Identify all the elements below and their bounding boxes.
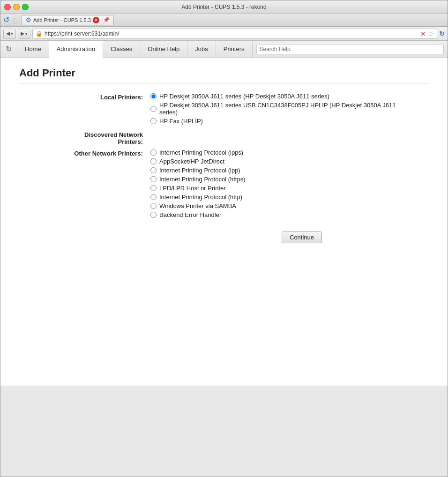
search-area (253, 44, 448, 54)
local-printer-3-label: HP Fax (HPLIP) (159, 118, 203, 125)
local-printers-label: Local Printers: (19, 93, 150, 101)
other-printer-ipps-label: Internet Printing Protocol (ipps) (159, 149, 243, 156)
nav-tab-jobs[interactable]: Jobs (187, 41, 216, 58)
list-item: HP Deskjet 3050A J611 series (HP Deskjet… (150, 93, 429, 100)
list-item: Internet Printing Protocol (https) (150, 176, 429, 183)
browser-back-icon[interactable]: ↺ (3, 15, 9, 24)
search-input[interactable] (256, 44, 444, 54)
list-item: AppSocket/HP JetDirect (150, 158, 429, 165)
reload-button[interactable]: ↻ (439, 30, 445, 37)
browser-window: Add Printer - CUPS 1.5.3 - rekonq ↺ ◌ ⚙ … (0, 0, 448, 477)
window-close-btn[interactable] (4, 4, 11, 10)
list-item: Backend Error Handler (150, 211, 429, 218)
page-content: Add Printer Local Printers: HP Deskjet 3… (0, 58, 448, 386)
discovered-printers-label: Discovered NetworkPrinters: (19, 130, 150, 145)
list-item: Internet Printing Protocol (ipp) (150, 167, 429, 174)
list-item: Internet Printing Protocol (ipps) (150, 149, 429, 156)
local-printer-1-label: HP Deskjet 3050A J611 series (HP Deskjet… (159, 93, 329, 100)
radio-samba[interactable] (150, 203, 157, 209)
window-title: Add Printer - CUPS 1.5.3 - rekonq (181, 4, 266, 10)
nav-tab-classes[interactable]: Classes (103, 41, 140, 58)
back-button[interactable]: ◀▾ (3, 29, 16, 39)
radio-ipp-http[interactable] (150, 194, 157, 200)
radio-ipp[interactable] (150, 167, 157, 173)
tab-title: Add Printer - CUPS 1.5.3 (33, 17, 91, 23)
radio-hpfax[interactable] (150, 118, 157, 124)
window-min-btn[interactable] (13, 4, 20, 10)
local-printers-options: HP Deskjet 3050A J611 series (HP Deskjet… (150, 93, 429, 127)
other-printers-label: Other Network Printers: (19, 149, 150, 157)
refresh-icon: ↻ (6, 45, 12, 53)
cups-refresh-btn[interactable]: ↻ (0, 41, 17, 58)
forward-button[interactable]: ▶▾ (18, 29, 30, 39)
other-printer-samba-label: Windows Printer via SAMBA (159, 202, 236, 209)
other-printer-appsocket-label: AppSocket/HP JetDirect (159, 158, 224, 165)
tab-favicon: ⚙ (26, 16, 31, 23)
radio-ipps[interactable] (150, 149, 157, 156)
address-bar: ◀▾ ▶▾ 🔒 ✕ ☆ ↻ (0, 27, 448, 41)
list-item: HP Fax (HPLIP) (150, 118, 429, 125)
title-bar: Add Printer - CUPS 1.5.3 - rekonq (0, 0, 448, 14)
other-printer-http-label: Internet Printing Protocol (http) (159, 194, 242, 201)
radio-lpd[interactable] (150, 185, 157, 191)
ssl-lock-icon: 🔒 (36, 30, 43, 37)
tab-pin-icon[interactable]: 📌 (103, 17, 110, 23)
list-item: LPD/LPR Host or Printer (150, 185, 429, 192)
radio-appsocket[interactable] (150, 158, 157, 164)
local-printer-2-label: HP Deskjet 3050A J611 series USB CN1C343… (159, 102, 396, 116)
radio-hp1[interactable] (150, 93, 157, 99)
tab-close-btn[interactable]: ✕ (93, 17, 99, 23)
nav-tab-printers[interactable]: Printers (216, 41, 253, 58)
nav-tab-home[interactable]: Home (17, 41, 49, 58)
radio-hp2[interactable] (150, 106, 157, 112)
list-item: HP Deskjet 3050A J611 series USB CN1C343… (150, 102, 429, 116)
page-title: Add Printer (19, 67, 429, 83)
radio-backend[interactable] (150, 212, 157, 218)
continue-row: Continue (19, 224, 429, 243)
bookmark-icon[interactable]: ☆ (428, 30, 434, 37)
browser-tab[interactable]: ⚙ Add Printer - CUPS 1.5.3 ✕ 📌 (22, 15, 114, 25)
other-printers-row: Other Network Printers: Internet Printin… (19, 149, 429, 220)
cups-nav: ↻ Home Administration Classes Online Hel… (0, 41, 448, 58)
discovered-label-text: Discovered NetworkPrinters: (84, 131, 143, 145)
other-printers-options: Internet Printing Protocol (ipps) AppSoc… (150, 149, 429, 220)
discovered-printers-row: Discovered NetworkPrinters: (19, 130, 429, 145)
continue-button[interactable]: Continue (282, 231, 322, 243)
nav-tab-online-help[interactable]: Online Help (140, 41, 187, 58)
address-input[interactable] (45, 30, 418, 37)
local-printers-row: Local Printers: HP Deskjet 3050A J611 se… (19, 93, 429, 127)
other-printer-https-label: Internet Printing Protocol (https) (159, 176, 246, 183)
other-printer-ipp-label: Internet Printing Protocol (ipp) (159, 167, 240, 174)
nav-tab-administration[interactable]: Administration (49, 41, 103, 58)
other-printer-backend-label: Backend Error Handler (159, 211, 221, 218)
tab-strip: ↺ ◌ ⚙ Add Printer - CUPS 1.5.3 ✕ 📌 (0, 14, 448, 27)
browser-fwd-icon[interactable]: ◌ (12, 16, 18, 24)
stop-button[interactable]: ✕ (420, 30, 426, 37)
list-item: Internet Printing Protocol (http) (150, 194, 429, 201)
radio-ipp-https[interactable] (150, 176, 157, 182)
window-max-btn[interactable] (22, 4, 29, 10)
address-input-wrap: 🔒 ✕ ☆ (32, 29, 437, 39)
other-printer-lpd-label: LPD/LPR Host or Printer (159, 185, 226, 192)
list-item: Windows Printer via SAMBA (150, 202, 429, 209)
add-printer-form: Local Printers: HP Deskjet 3050A J611 se… (19, 93, 429, 243)
